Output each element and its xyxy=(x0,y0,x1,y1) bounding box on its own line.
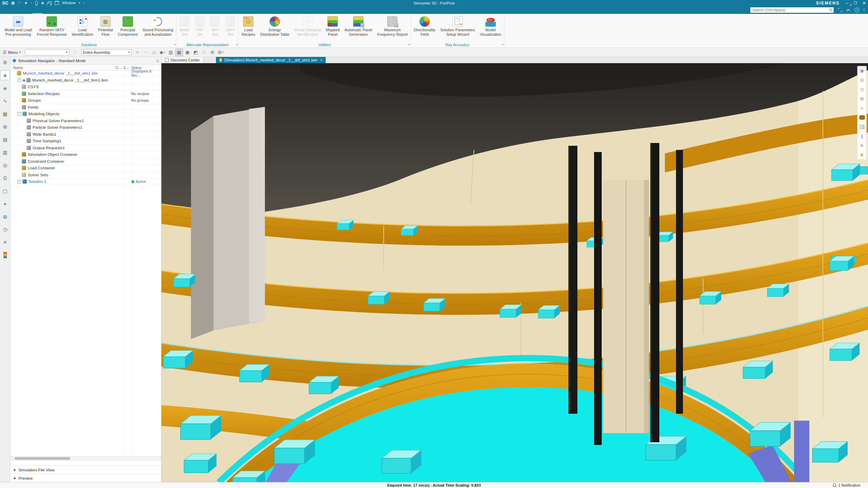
ribbon-button-automatic-panel[interactable]: Automatic Panel Generation xyxy=(342,16,375,36)
tree-row[interactable]: ◉ Fields xyxy=(10,104,161,111)
ribbon-button-mapped[interactable]: Mapped Panel xyxy=(323,16,342,36)
ribbon-button-mode[interactable]: Mode Set xyxy=(177,16,192,36)
pause-icon[interactable]: ∥ xyxy=(859,133,865,139)
save-icon[interactable]: ▣ xyxy=(11,1,15,5)
window-layout-icon[interactable]: ⊞ xyxy=(0,122,10,132)
selection-scope-combo[interactable]: Entire Assembly▾ xyxy=(81,49,132,56)
ribbon-button-load[interactable]: Load Identification xyxy=(69,16,96,36)
grid-small-icon[interactable]: ⊞▾ xyxy=(209,49,216,56)
tree-row[interactable]: ◉ Groups No groups xyxy=(10,97,161,104)
ribbon-button-random-vatv[interactable]: Random VATV Forced Response xyxy=(34,16,69,36)
notifications-bell-icon[interactable]: Ω xyxy=(0,173,10,183)
post-processing-navigator-icon[interactable]: ◈ xyxy=(0,83,10,93)
alert-icon[interactable]: ! xyxy=(863,8,865,12)
menu-tab-home[interactable] xyxy=(13,6,23,14)
add-object-icon[interactable]: ◆▾ xyxy=(159,49,166,56)
tree-expander[interactable]: + xyxy=(17,180,21,184)
solid-cube-icon[interactable]: ▩▾ xyxy=(175,49,183,56)
ribbon-button-atv[interactable]: ATV Set xyxy=(207,16,223,36)
menu-tab-display[interactable] xyxy=(62,6,72,14)
ribbon-button-load[interactable]: Load Recipes xyxy=(239,16,258,36)
favorites-star-icon[interactable]: ★ xyxy=(24,1,28,5)
microphone-icon[interactable] xyxy=(35,1,38,5)
flythrough-icon[interactable]: ✈ xyxy=(859,143,865,149)
notification-bell-icon[interactable] xyxy=(833,483,836,487)
menu-tab-acoustics-and-vibration[interactable] xyxy=(33,6,42,14)
tree-row[interactable]: ◉ Munich_meshed_decor _1__dxf_sim1.sim D… xyxy=(10,70,161,77)
minimize-button[interactable]: – xyxy=(846,1,848,6)
selection-filter-combo[interactable]: ▾ xyxy=(25,49,69,56)
mesh-color-icon[interactable]: ◩▾ xyxy=(192,49,200,56)
tab-discovery-center[interactable]: Discovery Center xyxy=(161,57,203,63)
color-table-icon[interactable]: ▦ xyxy=(0,109,10,119)
tree-row[interactable]: ◉ CSYS xyxy=(10,84,161,91)
tree-row[interactable]: ◉ Selection Recipes No recipes xyxy=(10,91,161,98)
web-browser-icon[interactable]: ◍ xyxy=(0,212,10,221)
animation-time-icon[interactable]: ◷ xyxy=(859,86,865,92)
gesture-icon[interactable]: ◈ xyxy=(41,1,44,5)
cylinder-primitive-icon[interactable] xyxy=(859,124,865,130)
ribbon-button-vatv[interactable]: VATV Set xyxy=(223,16,238,36)
wireframe-cube-icon[interactable]: ▧▾ xyxy=(167,49,175,56)
group-dialog-caret-icon[interactable]: ▾ xyxy=(502,43,503,46)
menu-tab-view[interactable] xyxy=(42,6,52,14)
cascade-windows-icon[interactable] xyxy=(48,1,52,5)
window-menu-caret-icon[interactable]: ▾ xyxy=(79,1,80,5)
section-expand-arrow-icon[interactable]: ▶ xyxy=(14,477,16,480)
material-barrel-icon[interactable] xyxy=(859,115,865,120)
ribbon-button-principal[interactable]: Principal Component xyxy=(115,16,140,36)
window-icon[interactable] xyxy=(55,1,59,5)
new-window-icon[interactable]: ▣▾ xyxy=(184,49,191,56)
tree-row[interactable]: ◉ Time Sampling1 xyxy=(10,138,161,145)
close-tab-icon[interactable]: × xyxy=(320,58,322,62)
menu-tab-selection[interactable] xyxy=(52,6,62,14)
ribbon-button-energy[interactable]: Energy Distribution Table xyxy=(258,16,292,36)
restore-button[interactable]: ❐ xyxy=(854,1,857,5)
section-simulation-file-view[interactable]: ▶ Simulation File View xyxy=(10,465,161,474)
eye-visibility-icon[interactable]: ◉ xyxy=(23,78,25,82)
column-name[interactable]: Name xyxy=(10,66,114,70)
tree-expander[interactable]: − xyxy=(17,112,21,116)
ribbon-button-model-and-load[interactable]: Model and Load Pre-processing xyxy=(2,16,34,36)
data-sets-icon[interactable]: ▥ xyxy=(0,148,10,157)
section-preview[interactable]: ▶ Preview xyxy=(10,474,161,482)
column-c[interactable]: C... xyxy=(114,66,122,70)
tree-row[interactable]: ◉ Load Container xyxy=(10,165,161,172)
group-dialog-caret-icon[interactable]: ▾ xyxy=(408,43,410,46)
pan-icon[interactable]: +▾ xyxy=(134,49,141,56)
tree-row[interactable]: ◉ Wide Bands1 xyxy=(10,131,161,138)
customize-icon[interactable]: ✕ xyxy=(0,237,10,247)
tree-row[interactable]: + ◉ Solution 1 Active xyxy=(10,178,161,185)
ribbon-button-model[interactable]: Model Visualization xyxy=(477,16,504,36)
material-sphere-icon[interactable]: ● xyxy=(0,199,10,209)
undo-icon[interactable]: ↶ xyxy=(18,1,21,5)
ribbon-button-potential[interactable]: Potential Flow xyxy=(96,16,116,36)
ribbon-button-maximum[interactable]: Maximum Frequency Report xyxy=(375,16,410,36)
roles-gear-icon[interactable]: ⚙ xyxy=(0,58,10,67)
undock-panel-icon[interactable]: ◻ xyxy=(156,59,159,62)
more-dot-icon[interactable]: • xyxy=(31,1,32,5)
menu-tab-application[interactable] xyxy=(72,6,81,14)
grid-large-icon[interactable]: ⊞▾ xyxy=(217,49,225,56)
tree-row[interactable]: − ◉ Modeling Objects xyxy=(10,111,161,118)
filter-icon[interactable]: ▽ xyxy=(72,49,79,56)
part-box-icon[interactable]: ▢ xyxy=(0,186,10,196)
tree-row[interactable]: ◉ Output Requests1 xyxy=(10,145,161,152)
window-menu[interactable]: Window xyxy=(62,1,76,5)
ribbon-button-directionality[interactable]: Directionality Field xyxy=(411,16,438,36)
history-icon[interactable]: ◷ xyxy=(0,225,10,234)
highlight-effect-icon[interactable]: ✱ xyxy=(859,152,865,158)
ribbon-button-solution-parameters[interactable]: Solution Parameters Setup Wizard xyxy=(438,16,477,36)
ribbon-button-frf[interactable]: FRF Set xyxy=(192,16,207,36)
ribbon-button-sound-processing[interactable]: Sound Processing and Auralization xyxy=(140,16,176,36)
tree-row[interactable]: ◉ Particle Solver Parameters1 xyxy=(10,124,161,131)
snap-point-icon[interactable]: +▾ xyxy=(142,49,150,56)
assembly-constraints-icon[interactable]: ◎ xyxy=(0,160,10,170)
fit-view-icon[interactable]: ⊞ xyxy=(859,96,865,102)
tree-expander[interactable]: + xyxy=(17,78,21,82)
layers-icon[interactable]: ▤ xyxy=(0,135,10,144)
search-input[interactable] xyxy=(750,8,834,12)
color-legend-icon[interactable] xyxy=(0,250,10,260)
group-dialog-caret-icon[interactable]: ▾ xyxy=(236,43,237,46)
tree-row[interactable]: + ◉ Munich_meshed_decor _1__dxf_fem1.fem xyxy=(10,77,161,84)
